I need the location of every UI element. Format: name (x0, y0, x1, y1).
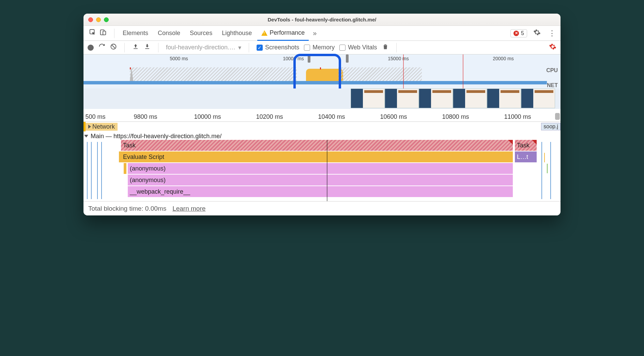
network-request-chip[interactable]: soop.j (541, 123, 561, 130)
main-track-header[interactable]: Main — https://foul-heavenly-direction.g… (83, 131, 561, 140)
flame-label: Evaluate Script (123, 153, 164, 161)
panel-tabs: Elements Console Sources Lighthouse Perf… (83, 26, 561, 41)
checkbox-icon: ✓ (257, 45, 263, 51)
save-profile-icon[interactable] (144, 43, 151, 52)
capture-settings-icon[interactable] (549, 43, 556, 52)
checkbox-label: Memory (312, 44, 335, 51)
device-toggle-icon[interactable] (99, 29, 107, 38)
tab-label: Elements (123, 30, 148, 37)
timeline-overview[interactable]: 5000 ms 10000 ms 15000 ms 20000 ms CPU N… (83, 54, 561, 92)
reload-icon[interactable] (98, 43, 105, 52)
separator (124, 43, 125, 52)
tab-label: Sources (190, 30, 212, 37)
screenshot-filmstrip[interactable] (83, 88, 561, 109)
tab-sources[interactable]: Sources (186, 26, 216, 41)
tick-label: 15000 ms (388, 56, 409, 61)
inspect-icon[interactable] (89, 29, 96, 38)
profile-select[interactable]: foul-heavenly-direction.… ▾ (166, 44, 241, 51)
screenshot-thumb[interactable] (487, 88, 521, 108)
window-title: DevTools - foul-heavenly-direction.glitc… (83, 17, 561, 22)
tab-label: Performance (270, 29, 305, 36)
svg-rect-2 (103, 31, 106, 35)
error-count-badge[interactable]: ✕ 5 (510, 29, 527, 37)
load-profile-icon[interactable] (132, 43, 139, 52)
ruler-tick: 10600 ms (380, 113, 407, 120)
memory-checkbox[interactable]: Memory (304, 44, 335, 51)
separator (114, 29, 114, 38)
expand-icon (88, 125, 91, 129)
ruler-tick: 10400 ms (318, 113, 345, 120)
settings-icon[interactable] (532, 29, 542, 38)
flame-label: (anonymous) (130, 165, 166, 172)
misc-events (539, 140, 561, 201)
screenshots-checkbox[interactable]: ✓ Screenshots (257, 44, 299, 51)
ruler-tick: 10800 ms (442, 113, 469, 120)
ruler-tick: 500 ms (85, 113, 105, 120)
tab-lighthouse[interactable]: Lighthouse (218, 26, 256, 41)
long-task-marker-icon (508, 140, 513, 145)
learn-more-link[interactable]: Learn more (172, 205, 205, 212)
tab-performance[interactable]: Performance (257, 26, 309, 41)
flame-chart[interactable]: Task Task Evaluate Script L…t (anonymous… (83, 140, 561, 201)
warning-icon (261, 30, 267, 36)
ruler-tick: 11000 ms (504, 113, 531, 120)
checkbox-label: Web Vitals (348, 44, 377, 51)
network-label: Network (92, 123, 115, 130)
flame-webpack-require[interactable]: __webpack_require__ (128, 186, 513, 197)
main-label-prefix: Main — (91, 133, 113, 140)
svg-rect-4 (134, 48, 138, 49)
separator (396, 43, 397, 52)
network-track-header[interactable]: Network soop.j (83, 122, 561, 131)
screenshot-thumb[interactable] (419, 88, 453, 108)
flame-label: Task (517, 142, 530, 149)
error-icon: ✕ (513, 31, 519, 36)
record-button[interactable] (88, 45, 94, 51)
error-count: 5 (521, 30, 524, 36)
main-url: https://foul-heavenly-direction.glitch.m… (113, 133, 221, 140)
flame-sliver (119, 151, 121, 162)
tab-label: Console (158, 30, 180, 37)
time-cursor[interactable] (327, 140, 327, 201)
screenshot-thumb[interactable] (385, 88, 419, 108)
misc-events (83, 140, 114, 201)
scrollbar-thumb[interactable] (555, 113, 560, 120)
ruler-tick: 10000 ms (194, 113, 221, 120)
marker-line (463, 54, 463, 92)
flame-label: Task (123, 142, 136, 149)
webvitals-checkbox[interactable]: Web Vitals (339, 44, 377, 51)
detail-ruler[interactable]: 500 ms 9800 ms 10000 ms 10200 ms 10400 m… (83, 112, 561, 122)
ruler-tick: 9800 ms (134, 113, 157, 120)
flame-sliver (124, 163, 126, 174)
total-blocking-time: Total blocking time: 0.00ms (88, 205, 166, 212)
range-handle-right[interactable] (346, 54, 349, 63)
kebab-menu-icon[interactable]: ⋮ (547, 29, 557, 38)
net-track-label: NET (547, 82, 558, 88)
screenshot-thumb[interactable] (521, 88, 555, 108)
flame-label: __webpack_require__ (130, 188, 190, 195)
footer: Total blocking time: 0.00ms Learn more (83, 201, 561, 215)
long-task-marker-icon (532, 140, 537, 145)
checkbox-icon (304, 45, 310, 51)
clear-icon[interactable] (110, 43, 117, 52)
more-tabs-icon[interactable]: » (310, 29, 319, 37)
delete-icon[interactable] (382, 43, 389, 52)
flame-task[interactable]: Task (515, 140, 537, 151)
chevron-down-icon: ▾ (238, 44, 241, 51)
flame-task[interactable]: Task (121, 140, 513, 151)
tab-label: Lighthouse (222, 30, 252, 37)
tick-label: 5000 ms (170, 56, 188, 61)
marker-line (403, 54, 404, 92)
flame-anonymous[interactable]: (anonymous) (128, 163, 513, 174)
titlebar: DevTools - foul-heavenly-direction.glitc… (83, 14, 561, 26)
tab-elements[interactable]: Elements (119, 26, 152, 41)
screenshot-thumb[interactable] (351, 88, 385, 108)
flame-evaluate-script[interactable]: Evaluate Script (121, 151, 513, 162)
svg-rect-5 (145, 48, 149, 49)
screenshot-thumb[interactable] (453, 88, 487, 108)
svg-marker-6 (130, 67, 133, 81)
tab-console[interactable]: Console (154, 26, 184, 41)
flame-anonymous[interactable]: (anonymous) (128, 175, 513, 185)
devtools-window: DevTools - foul-heavenly-direction.glitc… (83, 14, 561, 215)
flame-label: (anonymous) (130, 177, 166, 184)
flame-layout[interactable]: L…t (515, 151, 537, 162)
